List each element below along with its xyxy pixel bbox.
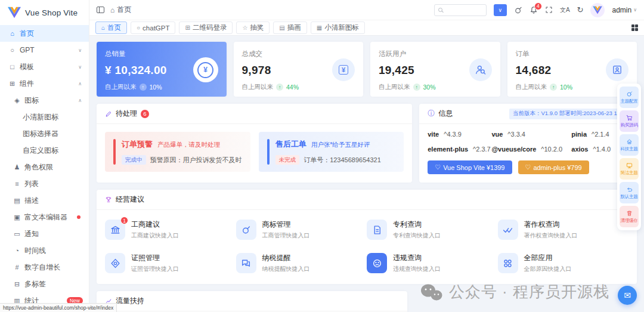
sidebar-item-home[interactable]: ⌂ 首页 xyxy=(0,25,89,42)
chevron-down-icon: ∨ xyxy=(633,7,637,13)
search-box xyxy=(434,4,487,16)
version-chip: 当前版本：V1.9.0 部署时间:2023-06-23 15:2 xyxy=(509,109,628,119)
tab-illustration[interactable]: ▤ 插画 xyxy=(273,21,306,34)
tab-home[interactable]: ⌂ 首页 xyxy=(95,21,127,34)
app-tax-reminder[interactable]: 纳税提醒纳税提醒快捷入口 xyxy=(236,253,367,273)
dependency: vue^3.3.4 xyxy=(491,131,571,138)
sidebar-item-timeline[interactable]: ◔ 时间线 xyxy=(0,242,89,259)
tab-fresh-icons[interactable]: ▦ 小清新图标 xyxy=(311,21,365,34)
status-badge: 完成中 xyxy=(122,155,146,165)
default-theme-button[interactable]: 默认主题 xyxy=(620,182,639,203)
pencil-icon xyxy=(105,110,112,118)
todo-item-aftersale-ticket[interactable]: 售后工单 用户张*给予五星好评 未完成 订单号：12345689654321 xyxy=(259,132,404,172)
sidebar-item-description[interactable]: ▤ 描述 xyxy=(0,192,89,209)
chevron-down-icon: ∨ xyxy=(78,64,82,70)
order-card-icon xyxy=(606,58,628,81)
sidebar-item-components[interactable]: ⊞ 组件 ∧ xyxy=(0,75,89,92)
sidebar-item-notice[interactable]: ▭ 通知 xyxy=(0,225,89,242)
sidebar-item-rich-editor[interactable]: ▣ 富文本编辑器 xyxy=(0,209,89,225)
todo-item-order-warning[interactable]: 订单预警 产品爆单，请及时处理 完成中 预警原因：用户投诉发货不及时 xyxy=(105,132,250,172)
buy-source-button[interactable]: 购买源码 xyxy=(620,110,639,132)
home-icon: ⌂ xyxy=(101,24,105,31)
sidebar-item-template[interactable]: □ 模板 ∨ xyxy=(0,58,89,75)
tab-lottery[interactable]: ☆ 抽奖 xyxy=(236,21,270,34)
mail-fab-button[interactable]: ✉ xyxy=(618,286,637,305)
simple-theme-button[interactable]: 简洁主题 xyxy=(620,158,639,180)
sidebar-item-multi-tabs[interactable]: ⊟ 多标签 xyxy=(0,276,89,292)
bell-badge: 4 xyxy=(534,2,542,10)
vue-logo-icon xyxy=(8,7,21,18)
grid-icon: ▦ xyxy=(317,24,322,31)
stat-card-total-deals: 总成交 9,978 自上周以来 ↑ 44% ¥ xyxy=(234,42,364,97)
app-business-advice[interactable]: 1 工商建议工商建议快捷入口 xyxy=(105,220,236,240)
refresh-icon[interactable]: ↻ xyxy=(577,5,584,14)
app-patent-search[interactable]: 专利查询专利查询快捷入口 xyxy=(367,220,498,240)
yen-circle-icon: ¥ xyxy=(193,57,218,82)
user-search-icon xyxy=(469,58,492,81)
arrow-up-icon: ↑ xyxy=(413,84,420,91)
top-navbar: ⌂ 首页 ∨ 4 文A ↻ xyxy=(89,0,644,20)
sidebar-item-fresh-icons[interactable]: 小清新图标 xyxy=(0,109,89,125)
description-icon: ▤ xyxy=(13,197,21,205)
app-violation-search[interactable]: 违规查询违规查询快捷入口 xyxy=(367,253,498,273)
collapse-sidebar-icon[interactable] xyxy=(97,7,104,13)
sidebar-item-icons[interactable]: ◈ 图标 ∧ xyxy=(0,92,89,109)
todo-panel: 待处理 6 订单预警 产品爆单，请及时处理 完成中 xyxy=(97,104,412,183)
prize-icon: ☆ xyxy=(242,24,247,31)
chat-icon: ○ xyxy=(137,24,140,31)
suggestions-title: 经营建议 xyxy=(116,194,144,205)
compass-icon xyxy=(105,253,125,273)
app-logo: Vue Shop Vite xyxy=(0,0,89,25)
avatar[interactable] xyxy=(590,3,605,17)
tab-chatgpt[interactable]: ○ chatGPT xyxy=(131,21,175,34)
clear-cache-button[interactable]: 清理缓存 xyxy=(620,206,639,227)
search-input[interactable] xyxy=(445,7,482,14)
fullscreen-icon[interactable] xyxy=(545,6,553,14)
chevron-down-icon: ∨ xyxy=(78,48,82,53)
bank-icon: 1 xyxy=(105,220,125,240)
sidebar-item-list[interactable]: ≡ 列表 xyxy=(0,175,89,192)
theme-config-button[interactable]: 主题配置 xyxy=(620,87,639,108)
count-badge: 1 xyxy=(120,217,128,224)
info-title: 信息 xyxy=(438,109,453,119)
info-panel: ⓘ 信息 当前版本：V1.9.0 部署时间:2023-06-23 15:2 vi… xyxy=(419,104,637,183)
arrow-up-icon: ↑ xyxy=(140,84,147,91)
chevron-up-icon: ∧ xyxy=(78,98,82,103)
home-icon: ⌂ xyxy=(110,6,114,14)
tech-theme-button[interactable]: 科技主题 xyxy=(620,134,639,156)
buy-admin-plus-button[interactable]: ♡ admin-plus ¥799 xyxy=(518,160,589,174)
list-icon: ≡ xyxy=(13,180,21,187)
app-trademark-manage[interactable]: 商标管理工商管理快捷入口 xyxy=(236,220,367,240)
app-all-apps[interactable]: 全部应用全部原因快捷入口 xyxy=(498,253,629,273)
theme-config-icon[interactable] xyxy=(514,6,522,14)
chat-bubbles-icon xyxy=(236,253,256,273)
sidebar-item-gpt[interactable]: ○ GPT ∨ xyxy=(0,42,89,58)
tabs-icon: ⊟ xyxy=(13,280,21,288)
four-circles-icon xyxy=(498,253,518,273)
sidebar-item-custom-icons[interactable]: 自定义图标 xyxy=(0,142,89,159)
app-copyright-search[interactable]: 著作权查询著作权查询快捷入口 xyxy=(498,220,629,240)
stats-row: 总销量 ¥ 10,324.00 自上周以来 ↑ 10% ¥ 总成交 9,978 … xyxy=(97,42,637,97)
tab-qrcode-login[interactable]: ⊞ 二维码登录 xyxy=(179,21,233,34)
theme-fab-panel: 主题配置 购买源码 科技主题 简洁主题 默认主题 清理缓存 xyxy=(617,84,641,230)
trash-icon xyxy=(626,210,633,217)
user-menu[interactable]: admin ∨ xyxy=(612,6,637,14)
page-content: 总销量 ¥ 10,324.00 自上周以来 ↑ 10% ¥ 总成交 9,978 … xyxy=(89,36,644,312)
buy-vue-shop-vite-button[interactable]: ♡ Vue Shop Vite ¥1399 xyxy=(428,160,512,174)
sidebar-item-roles[interactable]: ♟ 角色权限 xyxy=(0,159,89,175)
cart-icon xyxy=(626,115,633,121)
icons-icon: ◈ xyxy=(13,97,21,104)
translate-icon[interactable]: 文A xyxy=(560,6,570,14)
search-icon xyxy=(438,8,442,12)
sidebar-item-counter[interactable]: # 数字自增长 xyxy=(0,259,89,276)
app-license-manage[interactable]: 证照管理证照管理快捷入口 xyxy=(105,253,236,273)
bell-icon[interactable]: 4 xyxy=(530,6,538,14)
stat-card-active-users: 活跃用户 19,425 自上周以来 ↑ 30% xyxy=(370,42,500,97)
dependency-list: vite^4.3.9 vue^3.3.4 pinia^2.1.4 element… xyxy=(428,131,628,153)
tab-actions-grid-icon[interactable] xyxy=(631,24,638,31)
wechat-icon xyxy=(419,283,443,302)
clock-icon: ◔ xyxy=(13,247,21,254)
double-check-icon xyxy=(498,220,518,240)
search-dropdown-button[interactable]: ∨ xyxy=(494,4,507,16)
sidebar-item-icon-picker[interactable]: 图标选择器 xyxy=(0,125,89,142)
